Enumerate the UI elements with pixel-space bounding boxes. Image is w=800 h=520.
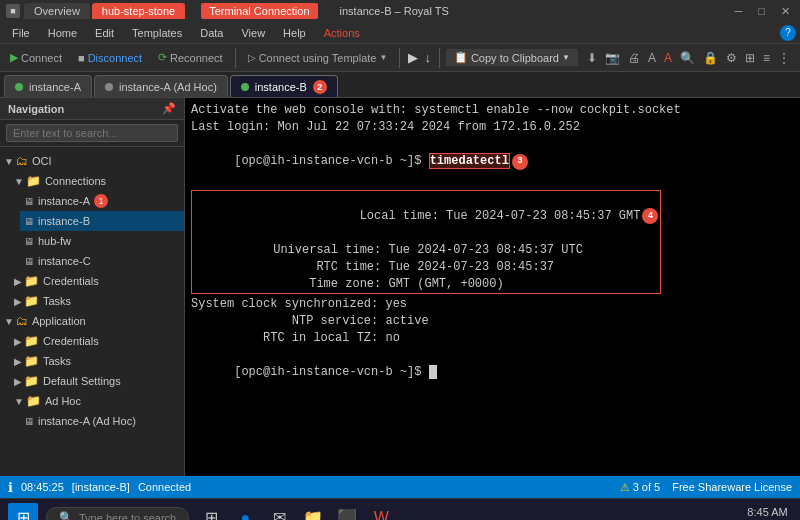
connect-button[interactable]: ▶ Connect [4,49,68,66]
title-bar-left: ■ Overview hub-step-stone Terminal Conne… [6,3,449,19]
instance-c-icon: 🖥 [24,256,34,267]
menu-view[interactable]: View [233,25,273,41]
status-bar: ℹ 08:45:25 [instance-B] Connected ⚠ 3 of… [0,476,800,498]
menu-bar: File Home Edit Templates Data View Help … [0,22,800,44]
tree-oci-tasks[interactable]: ▶ 📁 Tasks [10,291,184,311]
tree-instance-b[interactable]: 🖥 instance-B [20,211,184,231]
taskbar-explorer-icon[interactable]: ⊞ [197,504,225,521]
disconnect-button[interactable]: ■ Disconnect [72,50,148,66]
tree-app-tasks[interactable]: ▶ 📁 Tasks [10,351,184,371]
toolbar-icon-5[interactable]: A [661,49,675,67]
toolbar-icon-11[interactable]: ⋮ [775,49,793,67]
terminal-area[interactable]: Activate the web console with: systemctl… [185,98,800,476]
toolbar-icon-2[interactable]: 📷 [602,49,623,67]
start-button[interactable]: ⊞ [8,503,38,521]
overview-tab[interactable]: Overview [24,3,90,19]
hub-step-stone-tab[interactable]: hub-step-stone [92,3,185,19]
windows-taskbar: ⊞ 🔍 Type here to search ⊞ ● ✉ 📁 ⬛ W 8:45… [0,498,800,520]
menu-actions[interactable]: Actions [316,25,368,41]
help-icon[interactable]: ? [780,25,796,41]
connections-chevron-icon: ▼ [14,176,24,187]
tab-instance-b-icon [241,83,249,91]
toolbar-separator-1 [235,48,236,68]
terminal-prompt-1: [opc@ih-instance-vcn-b ~]$ timedatectl3 [191,136,794,188]
tab-instance-a[interactable]: instance-A [4,75,92,97]
toolbar-icon-1[interactable]: ⬇ [584,49,600,67]
instance-a-badge: 1 [94,194,108,208]
tree-app-credentials[interactable]: ▶ 📁 Credentials [10,331,184,351]
clipboard-icon: 📋 [454,51,468,64]
minimize-button[interactable]: ─ [731,5,747,18]
tree-default-settings[interactable]: ▶ 📁 Default Settings [10,371,184,391]
status-instance: [instance-B] [72,481,130,493]
tree-adhoc-instance-a[interactable]: 🖥 instance-A (Ad Hoc) [20,411,184,431]
play-icon[interactable]: ▶ [406,48,420,67]
taskbar-search-box[interactable]: 🔍 Type here to search [46,507,189,520]
taskbar-terminal-icon[interactable]: ⬛ [333,504,361,521]
taskbar-clock: 8:45 AM 7/23/2024 [743,506,792,521]
toolbar-icon-7[interactable]: 🔒 [700,49,721,67]
instance-a-icon: 🖥 [24,196,34,207]
browser-tabs: Overview hub-step-stone [24,3,185,19]
tree-hub-fw[interactable]: 🖥 hub-fw [20,231,184,251]
toolbar-icon-6[interactable]: 🔍 [677,49,698,67]
navigation-title: Navigation [8,103,64,115]
application-chevron-icon: ▼ [4,316,14,327]
reconnect-icon: ⟳ [158,51,167,64]
terminal-output-6: RTC in local TZ: no [191,330,794,347]
menu-edit[interactable]: Edit [87,25,122,41]
terminal-cmd: timedatectl [429,153,510,169]
menu-home[interactable]: Home [40,25,85,41]
toolbar-icon-8[interactable]: ⚙ [723,49,740,67]
tab-instance-a-adhoc-icon [105,83,113,91]
taskbar-icons: ⊞ ● ✉ 📁 ⬛ W [197,504,395,521]
menu-templates[interactable]: Templates [124,25,190,41]
terminal-output-2: RTC time: Tue 2024-07-23 08:45:37 [194,259,658,276]
taskbar-folder-icon[interactable]: 📁 [299,504,327,521]
tree-application[interactable]: ▼ 🗂 Application [0,311,184,331]
toolbar-icon-9[interactable]: ⊞ [742,49,758,67]
tree-oci-credentials[interactable]: ▶ 📁 Credentials [10,271,184,291]
tab-instance-a-adhoc[interactable]: instance-A (Ad Hoc) [94,75,228,97]
taskbar-search-label: Type here to search [79,512,176,521]
tab-instance-b[interactable]: instance-B 2 [230,75,338,97]
tree-oci[interactable]: ▼ 🗂 OCI [0,151,184,171]
menu-data[interactable]: Data [192,25,231,41]
tree-instance-a[interactable]: 🖥 instance-A 1 [20,191,184,211]
taskbar-right: 8:45 AM 7/23/2024 [743,506,792,521]
toolbar-separator-3 [439,48,440,68]
taskbar-browser-icon[interactable]: ● [231,504,259,521]
tree-instance-c[interactable]: 🖥 instance-C [20,251,184,271]
action-icons: ▶ ↓ [406,48,433,67]
terminal-output-5: NTP service: active [191,313,794,330]
copy-to-clipboard-button[interactable]: 📋 Copy to Clipboard ▼ [446,49,578,66]
close-button[interactable]: ✕ [777,5,794,18]
default-settings-chevron-icon: ▶ [14,376,22,387]
toolbar-icon-10[interactable]: ≡ [760,49,773,67]
taskbar-mail-icon[interactable]: ✉ [265,504,293,521]
terminal-cursor [429,365,437,379]
application-folder-icon: 🗂 [16,314,28,328]
disconnect-icon: ■ [78,52,85,64]
tree-adhoc[interactable]: ▼ 📁 Ad Hoc [10,391,184,411]
toolbar-extra-icons: ⬇ 📷 🖨 A A 🔍 🔒 ⚙ ⊞ ≡ ⋮ [584,49,793,67]
reconnect-button[interactable]: ⟳ Reconnect [152,49,229,66]
oci-credentials-folder-icon: 📁 [24,274,39,288]
down-arrow-icon[interactable]: ↓ [422,48,433,67]
hub-fw-icon: 🖥 [24,236,34,247]
sidebar-pin-icon[interactable]: 📌 [162,102,176,115]
menu-help[interactable]: Help [275,25,314,41]
taskbar-office-icon[interactable]: W [367,504,395,521]
toolbar-icon-3[interactable]: 🖨 [625,49,643,67]
connect-template-button[interactable]: ▷ Connect using Template ▼ [242,50,394,66]
maximize-button[interactable]: □ [754,5,769,18]
terminal-activate-msg: Activate the web console with: systemctl… [191,102,794,119]
terminal-output-box: Local time: Tue 2024-07-23 08:45:37 GMT4… [191,190,661,295]
menu-file[interactable]: File [4,25,38,41]
search-input[interactable] [6,124,178,142]
toolbar-icon-4[interactable]: A [645,49,659,67]
tree-connections[interactable]: ▼ 📁 Connections [10,171,184,191]
sidebar: Navigation 📌 ▼ 🗂 OCI ▼ 📁 Connections 🖥 i… [0,98,185,476]
connect-icon: ▶ [10,51,18,64]
warning-icon: ⚠ [620,481,630,493]
